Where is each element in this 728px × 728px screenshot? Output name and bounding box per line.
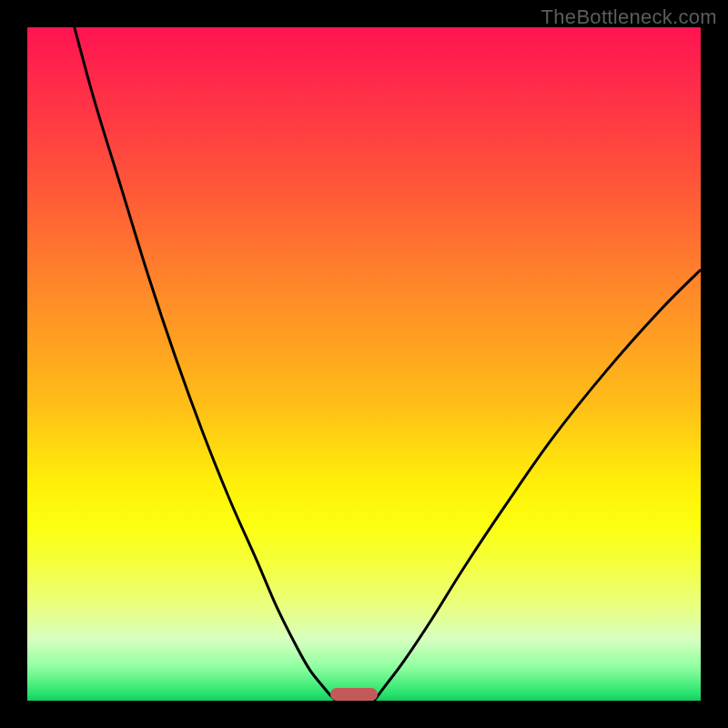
curve-svg: [27, 27, 701, 701]
watermark-text: TheBottleneck.com: [541, 5, 717, 29]
chart-plot-area: [27, 27, 701, 701]
chart-frame: [27, 27, 701, 701]
optimal-range-marker: [330, 688, 378, 701]
curve-path: [75, 27, 701, 701]
